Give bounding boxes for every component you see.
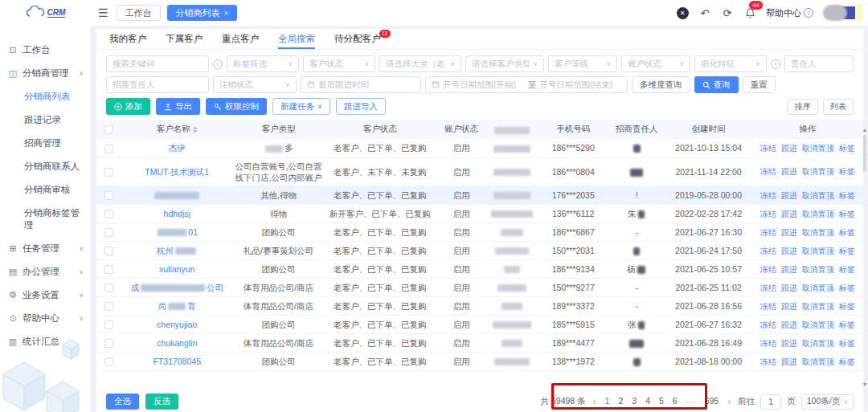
filter-select[interactable]: 请选择大类（老）∨ [379, 55, 461, 72]
row-action-link[interactable]: 冻结 [760, 228, 776, 237]
sidebar-item[interactable]: ⚙业务设置∨ [0, 284, 90, 307]
row-action-link[interactable]: 标签 [839, 247, 855, 255]
filter-select[interactable]: 注销状态∨ [213, 76, 297, 93]
page-size-select[interactable]: 100条/页 ∨ [801, 394, 854, 410]
page-number[interactable]: 4 [644, 396, 652, 407]
cell-text-link[interactable]: xulianyun [159, 264, 194, 274]
sidebar-item[interactable]: ⊙帮助中心∨ [0, 307, 90, 330]
row-action-link[interactable]: 标签 [839, 284, 855, 292]
page-number[interactable]: 2 [616, 396, 624, 407]
tab-item[interactable]: 重点客户 [222, 29, 259, 49]
row-action-link[interactable]: 冻结 [760, 167, 776, 176]
window-tab[interactable]: 分销商列表× [167, 5, 238, 21]
row-action-link[interactable]: 标签 [839, 357, 855, 366]
row-action-link[interactable]: 取消置顶 [802, 247, 834, 255]
row-action-link[interactable]: 标签 [839, 302, 855, 311]
row-checkbox[interactable] [104, 357, 113, 366]
action-button-blue[interactable]: 权限控制 [206, 98, 267, 115]
cell-text-link[interactable]: chukanglin [157, 338, 197, 348]
row-action-link[interactable]: 取消置顶 [802, 167, 834, 176]
scroll-down-icon[interactable]: ▼ [862, 381, 868, 388]
info-icon[interactable]: i [213, 59, 223, 69]
cell-text-link[interactable]: hdhdjsj [164, 209, 190, 218]
cell-text-link[interactable]: TMUT-技术测试1 [145, 167, 209, 177]
help-center-button[interactable]: 帮助中心 ? [766, 7, 813, 19]
cell-text-link[interactable]: 杭州 [157, 246, 174, 255]
row-action-link[interactable]: 跟进 [781, 191, 797, 200]
reset-button[interactable]: 重置 [743, 76, 776, 93]
sidebar-item[interactable]: ◫分销商管理∧ [0, 62, 90, 85]
row-action-link[interactable]: 跟进 [781, 167, 797, 176]
row-action-link[interactable]: 冻结 [760, 302, 776, 311]
row-action-link[interactable]: 取消置顶 [802, 191, 834, 200]
tab-item[interactable]: 我的客户 [109, 29, 146, 49]
row-action-link[interactable]: 标签 [839, 320, 855, 329]
row-checkbox[interactable] [104, 302, 113, 311]
row-checkbox[interactable] [104, 191, 113, 200]
hamburger-menu-icon[interactable]: ☰ [90, 6, 117, 19]
close-tab-icon[interactable]: × [224, 9, 229, 18]
row-action-link[interactable]: 跟进 [781, 339, 797, 348]
row-checkbox[interactable] [104, 284, 113, 292]
row-action-link[interactable]: 标签 [839, 228, 855, 237]
row-action-link[interactable]: 跟进 [781, 144, 797, 153]
window-tab[interactable]: 工作台 [117, 5, 161, 21]
avatar[interactable] [823, 4, 863, 22]
prev-page-button[interactable]: ‹ [592, 396, 598, 407]
row-action-link[interactable]: 跟进 [781, 210, 797, 218]
row-action-link[interactable]: 跟进 [781, 228, 797, 237]
filter-select[interactable]: 细化特征∨ [694, 55, 767, 72]
row-action-link[interactable]: 跟进 [781, 265, 797, 274]
view-button[interactable]: 列表 [823, 99, 854, 115]
filter-select[interactable]: 请选择客户类型∨ [465, 55, 544, 72]
page-number[interactable]: 5 [657, 396, 665, 407]
cell-text-link[interactable]: 公司 [207, 283, 223, 292]
row-action-link[interactable]: 标签 [839, 167, 855, 176]
cell-text-link[interactable]: 成 [130, 283, 139, 292]
filter-select[interactable]: 标签筛选∨ [227, 55, 299, 72]
filter-date[interactable]: 开号日期范围(开始)至开号日期范围(结束) [425, 76, 628, 93]
scrollbar-thumb[interactable] [863, 135, 866, 172]
filter-select[interactable]: 客户状态∨ [303, 55, 375, 72]
refresh-icon[interactable]: ⟳ [721, 6, 734, 19]
row-action-link[interactable]: 取消置顶 [802, 302, 834, 311]
tab-item[interactable]: 下属客户 [166, 29, 203, 49]
row-checkbox[interactable] [104, 339, 113, 348]
filter-date[interactable]: 最后跟进时间 [301, 76, 421, 93]
cell-text-link[interactable]: 育 [187, 301, 196, 311]
undo-icon[interactable]: ↶ [698, 6, 711, 19]
action-button-outline[interactable]: 跟进导入 [336, 98, 386, 115]
scroll-up-icon[interactable]: ▲ [862, 127, 868, 133]
row-action-link[interactable]: 跟进 [781, 357, 797, 366]
tab-item[interactable]: 待分配客户11 [334, 29, 381, 49]
cell-text-link[interactable]: FT31708045 [153, 357, 201, 366]
row-action-link[interactable]: 跟进 [781, 247, 797, 255]
row-action-link[interactable]: 取消置顶 [802, 339, 834, 348]
select-all-button[interactable]: 全选 [106, 394, 139, 410]
invert-selection-button[interactable]: 反选 [145, 394, 178, 410]
row-action-link[interactable]: 冻结 [760, 265, 776, 274]
sidebar-item[interactable]: ⊞任务管理∨ [0, 237, 90, 260]
row-checkbox[interactable] [104, 210, 113, 218]
row-action-link[interactable]: 冻结 [760, 284, 776, 292]
row-action-link[interactable]: 取消置顶 [802, 265, 834, 274]
page-number[interactable]: 3 [630, 396, 638, 407]
row-action-link[interactable]: 冻结 [760, 210, 776, 218]
row-checkbox[interactable] [104, 228, 113, 237]
row-checkbox[interactable] [104, 145, 113, 153]
row-checkbox[interactable] [104, 265, 113, 274]
sidebar-subitem[interactable]: 分销商联系人 [0, 155, 90, 178]
row-action-link[interactable]: 取消置顶 [802, 320, 834, 329]
filter-input[interactable]: 搜索关键词 [106, 55, 209, 72]
view-button[interactable]: 排序 [788, 99, 818, 115]
row-action-link[interactable]: 冻结 [760, 357, 776, 366]
row-action-link[interactable]: 取消置顶 [802, 357, 834, 366]
row-action-link[interactable]: 冻结 [760, 247, 776, 255]
row-action-link[interactable]: 标签 [839, 265, 855, 274]
sidebar-subitem[interactable]: 跟进记录 [0, 108, 90, 132]
cell-text-link[interactable]: 01 [188, 227, 198, 237]
filter-select[interactable]: 客户等级∨ [548, 55, 617, 72]
row-action-link[interactable]: 跟进 [781, 284, 797, 292]
row-action-link[interactable]: 标签 [839, 191, 855, 200]
row-action-link[interactable]: 取消置顶 [802, 284, 834, 292]
